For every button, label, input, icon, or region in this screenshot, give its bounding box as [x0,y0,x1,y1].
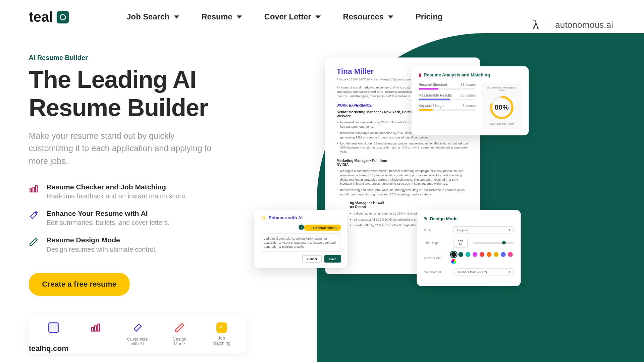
svg-rect-0 [30,189,32,192]
chevron-down-icon [237,15,242,18]
main-nav: Job Search Resume Cover Letter Resources… [126,12,442,22]
logo-text: teal [29,9,53,25]
svg-rect-6 [95,326,96,331]
check-icon: ✓ [216,322,227,333]
hero-title: The Leading AI Resume Builder [29,66,250,122]
magic-wand-icon [132,322,143,333]
nav-pricing[interactable]: Pricing [416,12,442,22]
tab-analytics[interactable] [83,322,108,346]
bar-chart-icon [29,184,39,194]
logo[interactable]: teal [29,9,69,25]
chevron-down-icon [388,15,393,18]
svg-rect-7 [98,324,99,331]
nav-resources[interactable]: Resources [343,12,393,22]
brand-attribution: λ autonomous.ai [533,18,613,32]
cta-create-resume[interactable]: Create a free resume [29,273,130,296]
tab-design-mode[interactable]: Design Mode [167,322,192,346]
hero-subtitle: Make your resume stand out by quickly cu… [29,130,215,168]
tab-document[interactable] [41,322,66,346]
nav-resume[interactable]: Resume [201,12,242,22]
source-url: tealhq.com [29,345,68,353]
lambda-icon: λ [533,18,539,32]
brand-text: autonomous.ai [555,20,613,30]
tab-job-matching[interactable]: ✓Job Matching [209,322,234,346]
hero-eyebrow: AI Resume Builder [29,54,250,61]
svg-rect-1 [33,187,35,192]
chevron-down-icon [174,15,179,18]
svg-rect-2 [36,186,37,192]
magic-wand-icon [29,210,39,220]
feature-design: Resume Design ModeDesign resumes with ul… [29,236,250,253]
feature-checker: Resume Checker and Job MatchingReal-time… [29,183,250,200]
bar-chart-icon [90,322,101,333]
tab-customize-ai[interactable]: Customize with AI [125,322,150,346]
feature-enhance: Enhance Your Resume with AIEdit summarie… [29,209,250,226]
nav-job-search[interactable]: Job Search [126,12,179,22]
nav-cover-letter[interactable]: Cover Letter [264,12,321,22]
svg-rect-5 [91,327,93,331]
hero-section: AI Resume Builder The Leading AI Resume … [0,34,644,296]
pencil-icon [29,237,39,247]
pencil-icon [174,322,185,333]
header: teal Job Search Resume Cover Letter Reso… [0,0,644,34]
logo-icon [57,11,69,23]
divider [547,20,547,29]
feature-list: Resume Checker and Job MatchingReal-time… [29,183,250,253]
chevron-down-icon [316,15,321,18]
